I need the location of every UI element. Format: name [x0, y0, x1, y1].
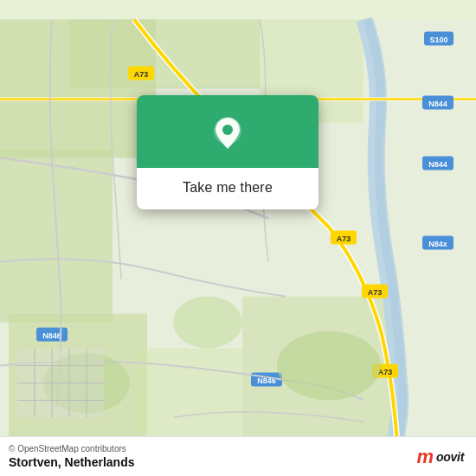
- footer-bar: © OpenStreetMap contributors Stortven, N…: [0, 436, 476, 476]
- svg-text:A73: A73: [368, 288, 383, 297]
- svg-point-32: [277, 331, 381, 401]
- moovit-text: oovit: [436, 450, 464, 464]
- popup-green-header: [137, 95, 318, 168]
- svg-point-44: [222, 125, 233, 135]
- svg-text:A73: A73: [337, 235, 351, 243]
- svg-text:A73: A73: [134, 70, 149, 79]
- svg-text:N846: N846: [42, 331, 61, 340]
- footer-left: © OpenStreetMap contributors Stortven, N…: [9, 444, 134, 469]
- take-me-there-button[interactable]: Take me there: [183, 180, 273, 196]
- map-container: A73 A73 A73 A73 A73 S100 N844 N844 N846 …: [0, 0, 476, 476]
- svg-text:N844: N844: [428, 100, 447, 108]
- popup-bottom: Take me there: [137, 168, 318, 209]
- svg-point-34: [173, 297, 242, 349]
- location-pin-icon: [209, 114, 247, 152]
- osm-credit: © OpenStreetMap contributors: [9, 444, 134, 453]
- svg-text:N84x: N84x: [428, 240, 447, 248]
- moovit-m-letter: m: [416, 447, 434, 466]
- svg-text:S100: S100: [429, 35, 447, 44]
- location-name: Stortven, Netherlands: [9, 455, 134, 469]
- svg-text:N844: N844: [428, 160, 447, 169]
- moovit-logo: m oovit: [416, 447, 464, 466]
- popup-card: Take me there: [137, 95, 318, 209]
